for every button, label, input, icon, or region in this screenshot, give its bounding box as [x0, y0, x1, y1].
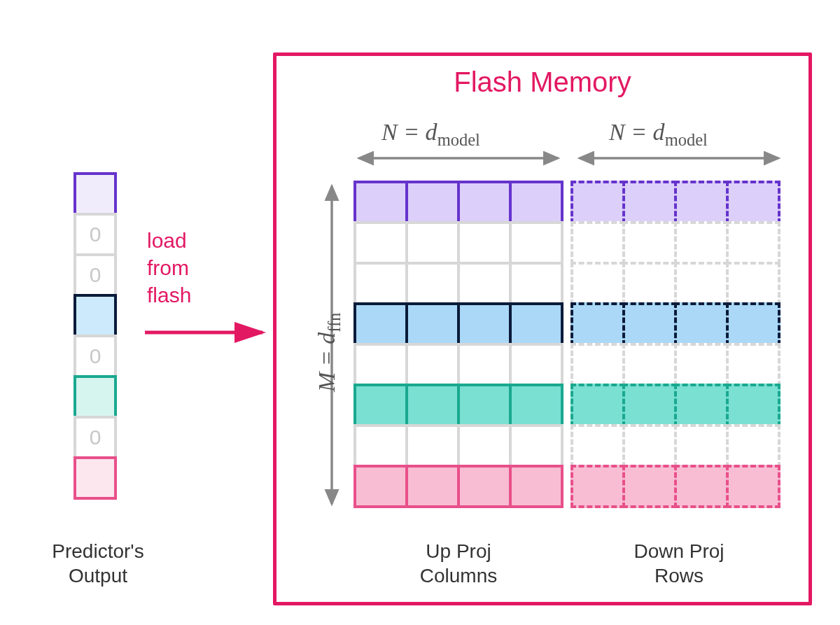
matrix-cell — [726, 384, 780, 427]
matrix-cell — [457, 302, 512, 346]
flash-memory-title: Flash Memory — [273, 66, 812, 98]
matrix-cell — [726, 181, 780, 224]
load-from-flash-text: loadfromflash — [147, 227, 191, 309]
matrix-row — [354, 465, 561, 508]
matrix-cell — [674, 302, 729, 346]
matrix-row — [354, 181, 561, 224]
matrix-row — [354, 384, 561, 427]
matrix-cell — [570, 424, 625, 468]
matrix-cell — [726, 424, 780, 468]
matrix-cell — [674, 465, 729, 508]
load-arrow-icon — [144, 322, 270, 343]
matrix-cell — [354, 181, 408, 224]
matrix-cell — [674, 424, 729, 468]
matrix-cell — [457, 262, 512, 305]
predictor-cell: 0 — [74, 416, 117, 459]
matrix-cell — [405, 465, 460, 508]
matrix-cell — [622, 343, 677, 386]
matrix-cell — [509, 424, 564, 468]
matrix-cell — [457, 181, 512, 224]
n-dmodel-right-label: N = dmodel — [609, 119, 708, 150]
matrix-row — [354, 343, 561, 386]
matrix-row — [570, 262, 778, 305]
projection-matrices — [354, 181, 778, 505]
matrix-cell — [570, 343, 625, 386]
predictor-cell — [74, 172, 117, 216]
matrix-cell — [622, 221, 677, 265]
matrix-row — [354, 302, 561, 346]
up-proj-label: Up ProjColumns — [354, 539, 564, 588]
matrix-row — [570, 384, 778, 427]
matrix-cell — [457, 465, 512, 508]
predictor-output-label: Predictor'sOutput — [46, 539, 150, 588]
matrix-cell — [509, 384, 564, 427]
matrix-cell — [674, 181, 729, 224]
matrix-cell — [726, 343, 780, 386]
matrix-cell — [405, 384, 460, 427]
matrix-cell — [726, 221, 780, 265]
matrix-cell — [570, 465, 625, 508]
matrix-cell — [354, 302, 408, 346]
matrix-cell — [570, 384, 625, 427]
matrix-row — [354, 262, 561, 305]
matrix-cell — [726, 465, 780, 508]
matrix-cell — [622, 262, 677, 305]
matrix-cell — [354, 384, 408, 427]
matrix-cell — [405, 302, 460, 346]
matrix-cell — [509, 343, 564, 386]
matrix-cell — [570, 262, 625, 305]
matrix-cell — [509, 465, 564, 508]
matrix-row — [570, 424, 778, 468]
matrix-cell — [354, 262, 408, 305]
matrix-cell — [354, 465, 408, 508]
matrix-cell — [674, 221, 729, 265]
matrix-cell — [622, 181, 677, 224]
matrix-cell — [622, 424, 677, 468]
matrix-cell — [457, 343, 512, 386]
matrix-cell — [570, 302, 625, 346]
matrix-cell — [726, 302, 780, 346]
matrix-row — [354, 221, 561, 265]
matrix-cell — [509, 181, 564, 224]
predictor-cell: 0 — [74, 213, 117, 256]
matrix-row — [570, 465, 778, 508]
matrix-cell — [509, 221, 564, 265]
n-dmodel-left-label: N = dmodel — [382, 119, 480, 150]
matrix-cell — [405, 424, 460, 468]
matrix-cell — [405, 221, 460, 265]
predictor-cell — [74, 375, 117, 419]
matrix-cell — [509, 302, 564, 346]
predictor-cell: 0 — [74, 335, 117, 378]
matrix-row — [354, 424, 561, 468]
matrix-cell — [726, 262, 780, 305]
matrix-cell — [509, 262, 564, 305]
matrix-cell — [457, 424, 512, 468]
matrix-cell — [674, 343, 729, 386]
matrix-row — [570, 181, 778, 224]
n-width-arrow-left-icon — [354, 148, 564, 168]
up-proj-matrix — [354, 181, 561, 505]
matrix-cell — [622, 465, 677, 508]
matrix-cell — [674, 262, 729, 305]
matrix-cell — [457, 221, 512, 265]
n-width-arrow-right-icon — [574, 148, 784, 168]
matrix-cell — [405, 181, 460, 224]
matrix-cell — [457, 384, 512, 427]
matrix-row — [570, 221, 778, 265]
matrix-row — [570, 302, 778, 346]
matrix-cell — [354, 343, 408, 386]
predictor-cell — [74, 294, 117, 337]
matrix-cell — [354, 424, 408, 468]
matrix-cell — [622, 302, 677, 346]
down-proj-label: Down ProjRows — [574, 539, 784, 588]
matrix-cell — [405, 343, 460, 386]
predictor-cell: 0 — [74, 253, 117, 297]
matrix-row — [570, 343, 778, 386]
predictor-output-vector: 0000 — [74, 172, 117, 497]
matrix-cell — [570, 221, 625, 265]
matrix-cell — [622, 384, 677, 427]
m-dffn-label: M = dffn — [314, 313, 344, 392]
matrix-cell — [354, 221, 408, 265]
down-proj-matrix — [570, 181, 778, 505]
predictor-cell — [74, 456, 117, 500]
